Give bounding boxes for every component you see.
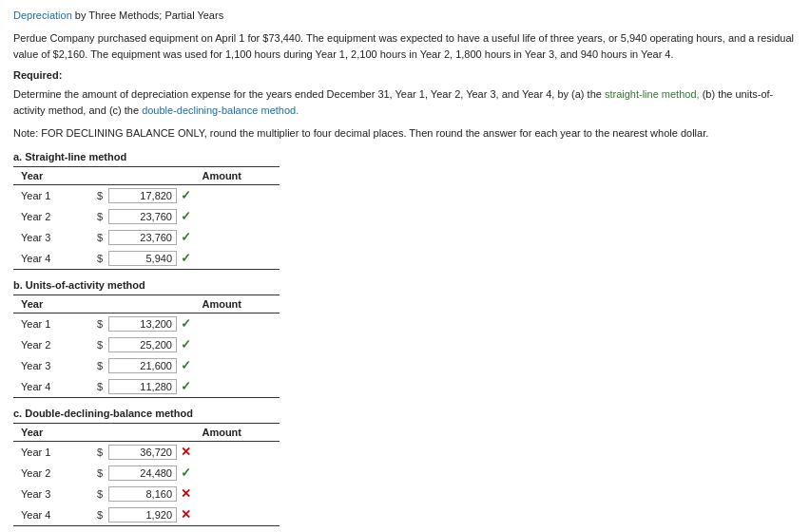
year-cell: Year 3 (13, 355, 89, 376)
check-icon: ✓ (181, 466, 191, 480)
year-cell: Year 2 (13, 334, 89, 355)
amount-input[interactable] (108, 379, 177, 394)
amount-input[interactable] (108, 337, 177, 352)
check-icon: ✓ (181, 230, 191, 244)
amount-cell: $✓ (89, 248, 280, 270)
table-row: Year 4$✓ (13, 248, 280, 270)
dollar-sign: $ (97, 360, 105, 371)
depreciation-link[interactable]: Depreciation (13, 10, 72, 21)
dollar-sign: $ (97, 446, 105, 458)
dollar-sign: $ (97, 467, 105, 479)
method-c-title: c. Double-declining-balance method (13, 408, 797, 419)
table-row: Year 1$✕ (13, 441, 280, 463)
amount-cell: $✓ (89, 376, 280, 398)
year-cell: Year 4 (13, 248, 89, 270)
dollar-sign: $ (97, 509, 105, 521)
amount-input[interactable] (108, 486, 177, 502)
amount-input[interactable] (108, 316, 177, 332)
page-title: Depreciation by Three Methods; Partial Y… (13, 10, 797, 21)
method-b-title: b. Units-of-activity method (13, 279, 797, 291)
method-a-year-header: Year (13, 166, 89, 184)
method-b-table: Year Amount Year 1$✓Year 2$✓Year 3$✓Year… (13, 294, 280, 398)
note-paragraph: Note: FOR DECLINING BALANCE ONLY, round … (13, 125, 797, 142)
method-b-amount-header: Amount (89, 294, 280, 313)
year-cell: Year 2 (13, 206, 89, 227)
dollar-sign: $ (97, 190, 105, 201)
amount-input[interactable] (108, 358, 177, 373)
determine-paragraph: Determine the amount of depreciation exp… (13, 86, 797, 118)
method-b-year-header: Year (13, 294, 89, 313)
amount-cell: $✕ (89, 504, 280, 526)
dollar-sign: $ (97, 381, 105, 392)
method-a-table: Year Amount Year 1$✓Year 2$✓Year 3$✓Year… (13, 166, 280, 270)
amount-input[interactable] (108, 445, 177, 460)
method-c-year-header: Year (13, 423, 89, 441)
check-icon: ✓ (181, 188, 191, 202)
amount-cell: $✓ (89, 206, 280, 227)
amount-cell: $✓ (89, 227, 280, 248)
table-row: Year 3$✕ (13, 484, 280, 504)
check-icon: ✓ (181, 379, 191, 393)
year-cell: Year 1 (13, 184, 89, 206)
year-cell: Year 1 (13, 313, 89, 334)
check-icon: ✓ (181, 316, 191, 331)
table-row: Year 1$✓ (13, 313, 280, 334)
dollar-sign: $ (97, 339, 105, 351)
table-row: Year 2$✓ (13, 206, 280, 227)
cross-icon: ✕ (181, 445, 191, 459)
year-cell: Year 1 (13, 441, 89, 463)
table-row: Year 4$✓ (13, 376, 280, 398)
year-cell: Year 3 (13, 227, 89, 248)
required-label: Required: (13, 69, 797, 81)
amount-input[interactable] (108, 466, 177, 481)
dollar-sign: $ (97, 488, 105, 500)
year-cell: Year 4 (13, 376, 89, 398)
straight-line-link[interactable]: straight-line method, (605, 88, 700, 100)
check-icon: ✓ (181, 358, 191, 372)
amount-cell: $✕ (89, 441, 280, 463)
amount-input[interactable] (108, 507, 177, 522)
dollar-sign: $ (97, 318, 105, 330)
year-cell: Year 3 (13, 484, 89, 504)
cross-icon: ✕ (181, 507, 191, 522)
check-icon: ✓ (181, 337, 191, 352)
intro-paragraph: Perdue Company purchased equipment on Ap… (13, 30, 797, 62)
table-row: Year 2$✓ (13, 334, 280, 355)
dollar-sign: $ (97, 253, 105, 264)
amount-cell: $✓ (89, 184, 280, 206)
cross-icon: ✕ (181, 486, 191, 501)
table-row: Year 4$✕ (13, 504, 280, 526)
amount-input[interactable] (108, 251, 177, 266)
method-a-amount-header: Amount (89, 166, 280, 184)
table-row: Year 3$✓ (13, 355, 280, 376)
table-row: Year 3$✓ (13, 227, 280, 248)
table-row: Year 1$✓ (13, 184, 280, 206)
method-c-table: Year Amount Year 1$✕Year 2$✓Year 3$✕Year… (13, 423, 280, 526)
amount-cell: $✓ (89, 355, 280, 376)
check-icon: ✓ (181, 209, 191, 223)
amount-input[interactable] (108, 230, 177, 245)
amount-input[interactable] (108, 188, 177, 203)
year-cell: Year 4 (13, 504, 89, 526)
double-decline-link[interactable]: double-declining-balance method. (142, 104, 299, 116)
dollar-sign: $ (97, 211, 105, 222)
amount-cell: $✕ (89, 484, 280, 504)
method-a-title: a. Straight-line method (13, 151, 797, 162)
amount-input[interactable] (108, 209, 177, 224)
amount-cell: $✓ (89, 334, 280, 355)
table-row: Year 2$✓ (13, 463, 280, 484)
amount-cell: $✓ (89, 463, 280, 484)
check-icon: ✓ (181, 251, 191, 265)
amount-cell: $✓ (89, 313, 280, 334)
dollar-sign: $ (97, 232, 105, 243)
year-cell: Year 2 (13, 463, 89, 484)
method-c-amount-header: Amount (89, 423, 280, 441)
